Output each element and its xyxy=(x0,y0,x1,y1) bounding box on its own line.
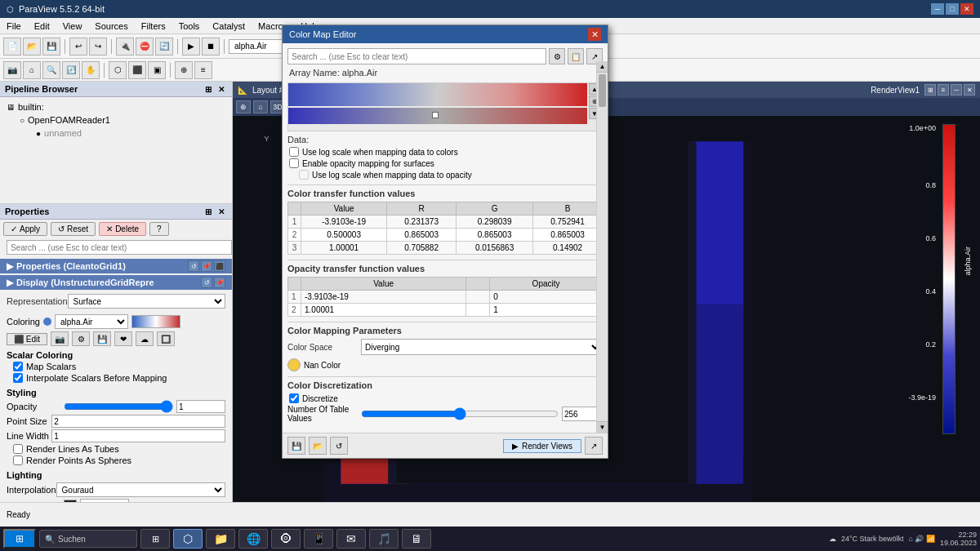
color-gradient-bar-top[interactable] xyxy=(288,83,587,106)
taskbar-search[interactable]: 🔍 Suchen xyxy=(39,530,137,548)
dialog-search-input[interactable] xyxy=(287,48,546,64)
new-btn[interactable]: 📄 xyxy=(3,38,21,56)
taskbar-time[interactable]: 22:29 19.06.2023 xyxy=(940,531,977,547)
connect-btn[interactable]: 🔌 xyxy=(116,38,134,56)
ctf-val-1[interactable]: -3.9103e-19 xyxy=(301,216,387,229)
nan-color-swatch[interactable] xyxy=(287,358,301,371)
opacity-input[interactable] xyxy=(176,400,225,413)
discretize-checkbox[interactable] xyxy=(289,393,299,403)
representation-combo[interactable]: Surface xyxy=(68,294,225,309)
ctf-val-2[interactable]: 0.500003 xyxy=(301,229,387,242)
redo-btn[interactable]: ↪ xyxy=(89,38,107,56)
pipeline-expand-btn[interactable]: ⊞ xyxy=(203,85,214,94)
ctf-g-3[interactable]: 0.0156863 xyxy=(457,242,533,255)
coloring-btn4[interactable]: ❤ xyxy=(114,331,132,346)
taskbar-app-vm[interactable]: 🖥 xyxy=(402,529,431,549)
taskbar-app-chrome[interactable]: ⭗ xyxy=(271,529,301,549)
log-scale-checkbox[interactable] xyxy=(289,147,299,157)
taskbar-app-whatsapp[interactable]: ✉ xyxy=(336,529,366,549)
render-btn4[interactable]: ✕ xyxy=(964,84,975,96)
undo-btn[interactable]: ↩ xyxy=(69,38,87,56)
close-button[interactable]: ✕ xyxy=(960,3,973,15)
open-btn[interactable]: 📂 xyxy=(23,38,41,56)
zoom-btn[interactable]: 🔍 xyxy=(42,61,60,79)
ctf-r-2[interactable]: 0.865003 xyxy=(387,229,457,242)
play-btn[interactable]: ▶ xyxy=(182,38,200,56)
interpolate-scalars-checkbox[interactable] xyxy=(13,373,23,383)
footer-btn-save[interactable]: 💾 xyxy=(287,437,305,455)
menu-sources[interactable]: Sources xyxy=(88,18,134,33)
pipeline-close-btn[interactable]: ✕ xyxy=(216,85,227,94)
menu-view[interactable]: View xyxy=(56,18,89,33)
section1-btn3[interactable]: ⬛ xyxy=(214,260,225,272)
taskbar-app-browser[interactable]: 🌐 xyxy=(238,529,268,549)
scroll-up-button[interactable]: ▲ xyxy=(597,61,608,73)
taskbar-app-folder[interactable]: 📁 xyxy=(206,529,235,549)
menu-tools[interactable]: Tools xyxy=(172,18,207,33)
disc-slider[interactable] xyxy=(361,408,559,420)
delete-button[interactable]: ✕ Delete xyxy=(99,222,146,236)
section2-btn2[interactable]: 📌 xyxy=(214,277,225,288)
solid-btn[interactable]: ⬛ xyxy=(128,61,146,79)
taskbar-app-multitask[interactable]: ⊞ xyxy=(140,529,170,549)
footer-btn-extra[interactable]: ↗ xyxy=(585,437,603,455)
minimize-button[interactable]: ─ xyxy=(931,3,944,15)
color-space-combo[interactable]: Diverging xyxy=(361,339,603,355)
wireframe-btn[interactable]: ⬡ xyxy=(109,61,127,79)
help-button[interactable]: ? xyxy=(149,222,169,236)
section1-btn2[interactable]: 📌 xyxy=(201,260,212,272)
otf-opacity-1[interactable]: 0 xyxy=(490,291,603,304)
axis-btn[interactable]: ⊕ xyxy=(175,61,193,79)
disconnect-btn[interactable]: ⛔ xyxy=(136,38,154,56)
stop-btn[interactable]: ⏹ xyxy=(202,38,220,56)
ctf-b-1[interactable]: 0.752941 xyxy=(533,216,603,229)
taskbar-app-music[interactable]: 🎵 xyxy=(369,529,399,549)
ctf-g-2[interactable]: 0.865003 xyxy=(457,229,533,242)
tree-item-openfoam[interactable]: ○ OpenFOAMReader1 xyxy=(3,113,229,127)
scroll-thumb[interactable] xyxy=(599,74,606,107)
dialog-scrollbar[interactable]: ▲ ▼ xyxy=(596,61,608,433)
ctf-val-3[interactable]: 1.00001 xyxy=(301,242,387,255)
color-gradient-bar-bottom[interactable] xyxy=(288,108,587,124)
legend-btn[interactable]: ≡ xyxy=(194,61,212,79)
footer-btn-reset[interactable]: ↺ xyxy=(330,437,348,455)
props-expand-btn[interactable]: ⊞ xyxy=(203,207,214,216)
pan-btn[interactable]: ✋ xyxy=(82,61,100,79)
map-scalars-checkbox[interactable] xyxy=(13,362,23,371)
props-search-input[interactable] xyxy=(7,240,232,255)
taskbar-app-mobile[interactable]: 📱 xyxy=(304,529,333,549)
coloring-btn6[interactable]: 🔲 xyxy=(157,331,175,346)
camera-btn[interactable]: 📷 xyxy=(3,61,21,79)
tree-item-child2[interactable]: ● unnamed xyxy=(3,127,229,140)
render-points-checkbox[interactable] xyxy=(13,455,23,465)
save-btn[interactable]: 💾 xyxy=(42,38,60,56)
point-size-input[interactable] xyxy=(51,415,225,428)
apply-button[interactable]: ✓ Apply xyxy=(3,222,47,236)
otf-val-1[interactable]: -3.9103e-19 xyxy=(301,291,466,304)
3d-btn-reset[interactable]: ⌂ xyxy=(253,100,268,113)
dialog-search-btn1[interactable]: ⚙ xyxy=(549,48,565,64)
props-close-btn[interactable]: ✕ xyxy=(216,207,227,216)
reset-button[interactable]: ↺ Reset xyxy=(51,222,96,236)
section2-btn1[interactable]: ↺ xyxy=(201,277,212,288)
interpolation-combo[interactable]: Gouraud xyxy=(56,482,225,497)
menu-edit[interactable]: Edit xyxy=(28,18,56,33)
line-width-input[interactable] xyxy=(51,429,225,442)
scroll-down-button[interactable]: ▼ xyxy=(597,421,608,433)
ctf-b-3[interactable]: 0.14902 xyxy=(533,242,603,255)
coloring-btn1[interactable]: 📷 xyxy=(51,331,69,346)
coloring-btn3[interactable]: 💾 xyxy=(93,331,111,346)
section1-btn1[interactable]: ↺ xyxy=(188,260,199,272)
menu-file[interactable]: File xyxy=(0,18,28,33)
opacity-mapping-checkbox[interactable] xyxy=(289,158,299,168)
render-btn2[interactable]: ≡ xyxy=(938,84,949,96)
ctf-r-3[interactable]: 0.705882 xyxy=(387,242,457,255)
menu-catalyst[interactable]: Catalyst xyxy=(206,18,252,33)
reset-camera-btn[interactable]: ⌂ xyxy=(23,61,41,79)
taskbar-start-button[interactable]: ⊞ xyxy=(3,529,36,549)
maximize-button[interactable]: □ xyxy=(946,3,959,15)
ctf-g-1[interactable]: 0.298039 xyxy=(457,216,533,229)
edit-coloring-button[interactable]: ⬛ Edit xyxy=(7,333,47,345)
footer-btn-load[interactable]: 📂 xyxy=(309,437,327,455)
coloring-btn2[interactable]: ⚙ xyxy=(72,331,90,346)
